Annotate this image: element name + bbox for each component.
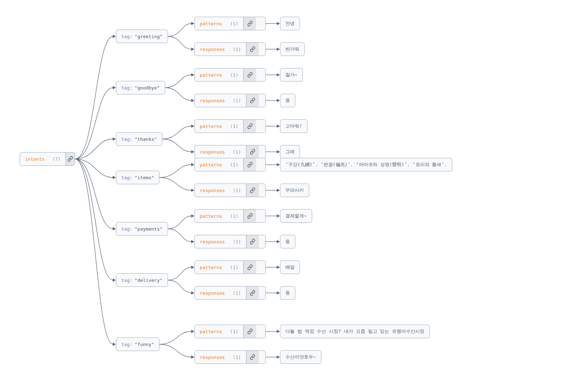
- svg-marker-27: [191, 292, 194, 295]
- root-intents-node[interactable]: intents(7): [20, 152, 75, 166]
- tag-node-thanks[interactable]: tag: "thanks": [116, 132, 162, 146]
- pattern-leaf-delivery[interactable]: 배달: [280, 261, 300, 274]
- svg-marker-7: [191, 99, 194, 102]
- node-key: patterns: [200, 329, 222, 334]
- svg-marker-32: [191, 356, 194, 359]
- tag-value: "goodbye": [134, 85, 159, 91]
- pattern-leaf-thanks[interactable]: 고마워!: [280, 119, 307, 133]
- node-key: responses: [200, 290, 225, 296]
- leaf-value: 배달: [285, 264, 295, 270]
- tag-key: tag:: [121, 278, 132, 283]
- tag-node-delivery[interactable]: tag: "delivery": [116, 273, 168, 287]
- node-count: (1): [233, 355, 241, 360]
- link-icon: [243, 261, 256, 274]
- leaf-value: 다들 밥 먹었 수산 시장? 내가 요즘 밀고 있는 유행어수산시장: [285, 328, 424, 335]
- svg-marker-1: [191, 22, 194, 25]
- node-key: responses: [200, 149, 225, 155]
- responses-node-greeting[interactable]: responses(1): [194, 42, 266, 56]
- node-count: (1): [233, 98, 241, 103]
- link-icon: [243, 17, 256, 30]
- tag-node-goodbye[interactable]: tag: "goodbye": [116, 81, 165, 94]
- node-count: (1): [230, 21, 238, 26]
- svg-marker-15: [113, 176, 116, 179]
- svg-marker-34: [277, 356, 280, 359]
- link-icon: [243, 158, 256, 171]
- svg-marker-19: [277, 189, 280, 192]
- node-count: (1): [230, 213, 238, 219]
- response-leaf-greeting[interactable]: 반가워: [280, 42, 305, 56]
- pattern-leaf-payments[interactable]: 결제할게~: [280, 209, 312, 223]
- node-count: (1): [233, 47, 241, 52]
- patterns-node-goodbye[interactable]: patterns(1): [194, 68, 266, 82]
- response-leaf-payments[interactable]: 응: [280, 235, 295, 248]
- node-count: (1): [233, 290, 241, 296]
- node-key: intents: [25, 156, 45, 162]
- pattern-leaf-funny[interactable]: 다들 밥 먹었 수산 시장? 내가 요즘 밀고 있는 유행어수산시장: [280, 325, 430, 338]
- pattern-leaf-greeting[interactable]: 안녕: [280, 17, 300, 30]
- node-count: (1): [233, 188, 241, 193]
- svg-marker-21: [191, 215, 194, 218]
- link-icon: [246, 145, 259, 158]
- svg-marker-23: [277, 215, 280, 218]
- tag-key: tag:: [121, 85, 132, 91]
- leaf-value: ‘구강(九綱)’. ‘편광(偏光)’. ‘까마귀와 성명(聲明)’. ‘표리의 …: [285, 161, 447, 168]
- patterns-node-funny[interactable]: patterns(1): [194, 325, 266, 338]
- response-leaf-funny[interactable]: 수산끼얏호우~: [280, 350, 321, 364]
- patterns-node-thanks[interactable]: patterns(1): [194, 119, 266, 133]
- svg-marker-16: [191, 163, 194, 166]
- tag-node-funny[interactable]: tag: "funny": [116, 337, 159, 351]
- svg-marker-25: [113, 279, 116, 282]
- responses-node-items[interactable]: responses(1): [194, 184, 266, 197]
- node-key: patterns: [200, 21, 222, 26]
- tag-key: tag:: [121, 136, 132, 142]
- pattern-leaf-goodbye[interactable]: 잘가~: [280, 68, 303, 82]
- svg-marker-8: [277, 73, 280, 77]
- link-icon: [246, 184, 259, 197]
- svg-marker-24: [277, 240, 280, 243]
- tag-node-items[interactable]: tag: "items": [116, 171, 159, 184]
- tag-value: "greeting": [134, 34, 162, 39]
- responses-node-delivery[interactable]: responses(1): [194, 286, 266, 300]
- tag-value: "payments": [134, 226, 162, 232]
- svg-marker-13: [277, 125, 280, 128]
- responses-node-thanks[interactable]: responses(1): [194, 145, 266, 159]
- node-count: (1): [230, 72, 238, 78]
- patterns-node-payments[interactable]: patterns(1): [194, 209, 266, 223]
- node-count: (1): [230, 124, 238, 129]
- response-leaf-thanks[interactable]: 그래: [280, 145, 300, 159]
- leaf-value: 그래: [285, 149, 295, 155]
- svg-marker-26: [191, 266, 194, 269]
- node-key: patterns: [200, 213, 222, 219]
- node-key: responses: [200, 355, 225, 360]
- tag-key: tag:: [121, 226, 132, 232]
- patterns-node-delivery[interactable]: patterns(1): [194, 261, 266, 274]
- response-leaf-delivery[interactable]: 응: [280, 286, 295, 300]
- svg-marker-18: [277, 163, 280, 166]
- link-icon: [243, 120, 256, 133]
- node-count: (1): [230, 329, 238, 334]
- tag-node-greeting[interactable]: tag: "greeting": [116, 30, 168, 43]
- node-key: responses: [200, 98, 225, 103]
- node-count: (1): [233, 239, 241, 244]
- link-icon: [246, 287, 259, 299]
- svg-marker-6: [191, 73, 194, 77]
- patterns-node-items[interactable]: patterns(1): [194, 158, 266, 171]
- responses-node-payments[interactable]: responses(1): [194, 235, 266, 248]
- svg-marker-20: [113, 227, 116, 231]
- svg-marker-0: [113, 35, 116, 38]
- response-leaf-items[interactable]: 무라사키: [280, 184, 309, 197]
- link-icon: [243, 325, 256, 338]
- responses-node-goodbye[interactable]: responses(1): [194, 94, 266, 107]
- node-key: patterns: [200, 265, 222, 270]
- pattern-leaf-items[interactable]: ‘구강(九綱)’. ‘편광(偏光)’. ‘까마귀와 성명(聲明)’. ‘표리의 …: [280, 158, 452, 171]
- patterns-node-greeting[interactable]: patterns(1): [194, 17, 266, 30]
- svg-marker-33: [277, 330, 280, 333]
- responses-node-funny[interactable]: responses(1): [194, 350, 266, 364]
- tag-node-payments[interactable]: tag: "payments": [116, 222, 168, 236]
- svg-marker-30: [113, 343, 116, 346]
- response-leaf-goodbye[interactable]: 응: [280, 94, 295, 107]
- tag-value: "funny": [134, 342, 154, 347]
- node-key: patterns: [200, 72, 222, 78]
- link-icon: [246, 43, 259, 56]
- svg-marker-22: [191, 240, 194, 243]
